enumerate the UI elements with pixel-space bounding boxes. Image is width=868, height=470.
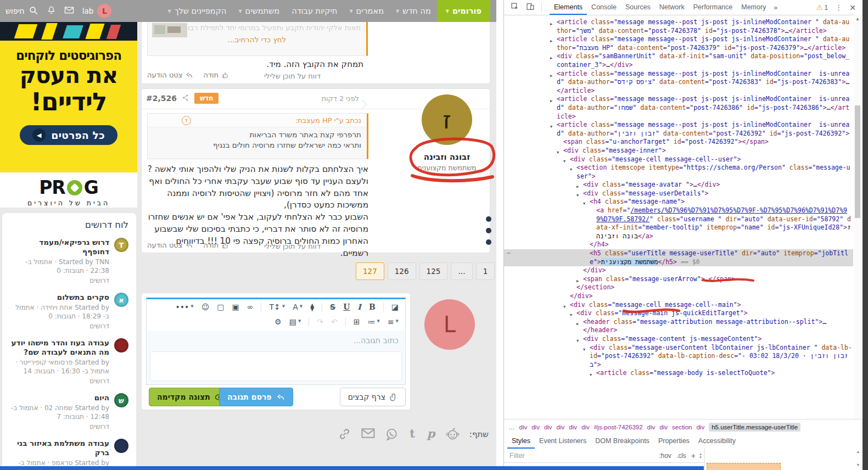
breadcrumb-item[interactable]: div xyxy=(647,424,656,430)
dom-node[interactable]: ▶<div class="samBannerUnit" data-xf-init… xyxy=(504,52,853,69)
dom-node[interactable]: ▼<article class="message message--post j… xyxy=(504,121,853,138)
rich-text-editor[interactable]: •••▼☺▢▣∞T↕▼A▼⧫SUIB◪ ⚙▤▼↷↶⊞≔▼≡▼ כתוב תגוב… xyxy=(146,298,406,385)
author-name[interactable]: זבונה וזבינה xyxy=(408,152,485,162)
editor-content[interactable]: כתוב תגובה... xyxy=(147,331,405,384)
dom-node[interactable]: ▼<div class="message-userContent lbConta… xyxy=(504,344,853,370)
quote-thumbnail[interactable] xyxy=(152,23,187,37)
dom-node[interactable]: ▼<h4 class="message-name"> xyxy=(504,198,853,206)
job-title[interactable]: עבודה משתלמת באיזור בני ברק xyxy=(10,439,109,457)
job-title[interactable]: היום xyxy=(10,393,109,402)
author-avatar[interactable]: ז xyxy=(422,94,472,145)
toggle-hover-state[interactable]: :hov xyxy=(659,452,671,460)
color-drop-icon[interactable]: ⧫ xyxy=(310,303,314,311)
image-icon[interactable]: ▣ xyxy=(232,303,239,311)
page-button-…[interactable]: … xyxy=(451,262,473,280)
bell-icon[interactable] xyxy=(47,5,56,17)
emoji-icon[interactable]: ☺ xyxy=(201,303,210,311)
more-tabs-icon[interactable]: » xyxy=(770,4,781,12)
breadcrumb-item[interactable]: div xyxy=(659,424,668,430)
quote-message-button[interactable]: צטט הודעה xyxy=(147,71,193,79)
drafts-icon[interactable]: ▤▼ xyxy=(289,318,301,326)
tab-properties[interactable]: Properties xyxy=(654,434,694,449)
link-icon[interactable]: ∞ xyxy=(247,303,254,311)
dom-node[interactable]: ▶<span class="message-userArrow">…</span… xyxy=(504,275,853,284)
dom-node[interactable]: ▼<div class="message-content js-messageC… xyxy=(504,335,853,344)
quote-message-button[interactable]: צטט הודעה xyxy=(147,241,193,249)
ad-cta-button[interactable]: כל הפרטים ◀ xyxy=(20,125,117,145)
new-style-rule-icon[interactable]: + xyxy=(691,451,696,460)
thanks-button[interactable]: תודה xyxy=(203,241,229,249)
share-pinterest-icon[interactable]: p xyxy=(426,427,436,441)
editor-input-area[interactable] xyxy=(150,351,402,381)
collapse-arrow-icon[interactable]: ▶ xyxy=(550,54,552,63)
breadcrumb-item[interactable]: div xyxy=(569,424,577,430)
selected-dom-node[interactable]: <h5 class="userTitle message-userTitle" … xyxy=(504,249,853,266)
job-category[interactable]: דרושים xyxy=(10,423,109,430)
dom-node[interactable]: ▶<article class="message message--post j… xyxy=(504,70,853,96)
gear-icon[interactable]: ⚙ xyxy=(275,318,282,326)
dom-node[interactable]: </section> xyxy=(504,283,853,292)
toggle-classes[interactable]: .cls xyxy=(676,452,686,460)
page-button-125[interactable]: 125 xyxy=(419,262,448,280)
job-category[interactable]: דרושים xyxy=(10,277,109,284)
share-tumblr-icon[interactable]: t xyxy=(408,427,417,441)
breadcrumb-item[interactable]: section xyxy=(672,424,692,430)
tab-dom-breakpoints[interactable]: DOM Breakpoints xyxy=(591,434,654,449)
sidebar-scrollbar[interactable]: ▲ ▼ xyxy=(855,450,861,470)
underline-icon[interactable]: U xyxy=(343,303,350,311)
dom-node[interactable]: ▼<div class="message-inner"> xyxy=(504,147,853,155)
strikethrough-icon[interactable]: S xyxy=(330,303,335,311)
dom-node[interactable]: ▼<div class="message-userDetails"> xyxy=(504,189,853,198)
list-icon[interactable]: ≔▼ xyxy=(367,318,379,326)
nav-item-הקמפיינים שלך[interactable]: הקמפיינים שלך▼ xyxy=(162,0,233,22)
dom-node[interactable]: <a href="/members/%D7%96%D7%91%D7%95%D7%… xyxy=(504,206,853,240)
nav-item-פורומים[interactable]: פורומים▼ xyxy=(437,0,490,22)
collapse-arrow-icon[interactable]: ▶ xyxy=(550,20,552,29)
share-whatsapp-icon[interactable] xyxy=(385,427,399,441)
dom-node[interactable]: </header> xyxy=(504,326,853,335)
scroll-up-icon[interactable]: ▲ xyxy=(855,450,861,454)
attach-files-button[interactable]: צרף קבצים xyxy=(340,388,406,406)
tab-styles[interactable]: Styles xyxy=(507,434,535,449)
page-button-127[interactable]: 127 xyxy=(356,262,384,280)
post-timestamp[interactable]: לפני 2 דקות xyxy=(321,94,359,103)
dom-node[interactable]: ▼<article class="message-body is-selectT… xyxy=(504,369,853,378)
tab-console[interactable]: Console xyxy=(587,0,621,15)
dom-node[interactable]: </div> xyxy=(504,292,853,301)
devtools-scrollbar[interactable]: ▲ xyxy=(854,15,861,419)
filter-input[interactable] xyxy=(504,452,659,460)
expand-arrow-icon[interactable]: ▼ xyxy=(583,346,585,355)
devtools-menu-icon[interactable]: ⋮ xyxy=(835,3,842,12)
dom-node[interactable]: </div> xyxy=(504,266,853,275)
breadcrumb-item[interactable]: div xyxy=(581,424,590,430)
expand-arrow-icon[interactable]: ▼ xyxy=(590,371,592,380)
box-model-margin[interactable] xyxy=(707,463,781,470)
redo-icon[interactable]: ↷ xyxy=(317,318,323,326)
device-toolbar-icon[interactable] xyxy=(526,2,535,13)
share-email-icon[interactable] xyxy=(361,427,376,441)
expand-arrow-icon[interactable]: ▼ xyxy=(570,166,572,175)
tab-event-listeners[interactable]: Event Listeners xyxy=(535,434,591,449)
post-reply-button[interactable]: פרסם תגובה xyxy=(219,388,293,406)
breadcrumb-item[interactable]: div xyxy=(557,424,565,430)
mail-icon[interactable] xyxy=(64,6,74,16)
media-icon[interactable]: ▢ xyxy=(217,303,224,311)
collapse-arrow-icon[interactable]: ▶ xyxy=(550,37,552,46)
job-category[interactable]: דרושים xyxy=(10,322,109,330)
scrollbar-thumb[interactable] xyxy=(855,105,860,218)
tab-accessibility[interactable]: Accessibility xyxy=(694,434,740,449)
share-post-icon[interactable] xyxy=(182,93,189,104)
undo-icon[interactable]: ↶ xyxy=(331,318,338,326)
breadcrumb-item[interactable]: div xyxy=(544,424,552,430)
dom-node[interactable]: ▼<section itemscope itemtype="https://sc… xyxy=(504,164,853,181)
tab-sources[interactable]: Sources xyxy=(621,0,655,15)
thanks-button[interactable]: תודה xyxy=(203,71,229,79)
current-user-avatar[interactable]: L xyxy=(424,299,475,350)
nav-item-מאמרים[interactable]: מאמרים▼ xyxy=(343,0,390,22)
job-title[interactable]: דרוש גרפיקאי/מעמד דחופףף xyxy=(10,238,109,256)
job-category[interactable]: דרושים xyxy=(10,377,109,385)
text-size-icon[interactable]: T↕▼ xyxy=(269,303,285,311)
tab-memory[interactable]: Memory xyxy=(737,0,770,15)
quote-jump-icon[interactable]: ↑ xyxy=(182,116,191,125)
dom-node[interactable]: ▼<div class="message-main js-quickEditTa… xyxy=(504,309,853,318)
